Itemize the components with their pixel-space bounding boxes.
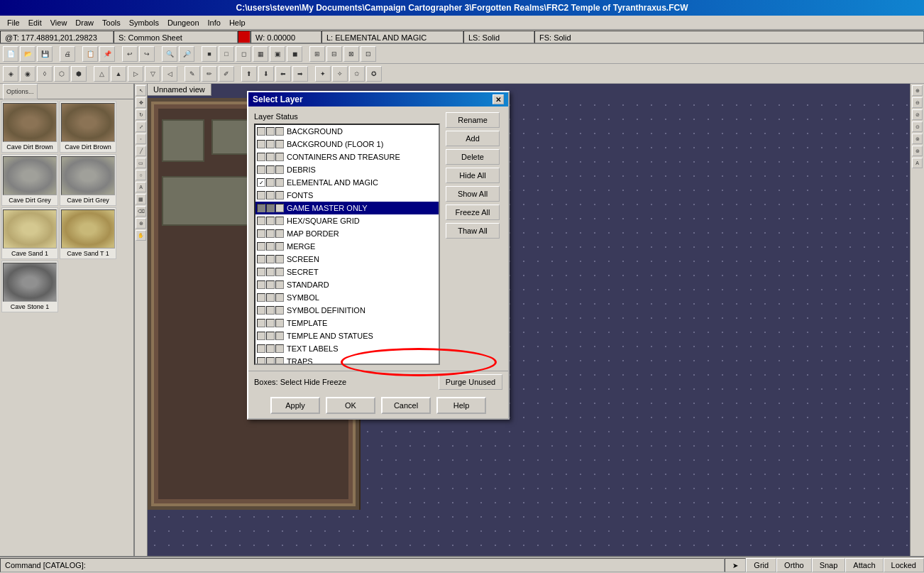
layer-cb-6-0[interactable] [257,204,265,212]
layer-cb-18-0[interactable] [257,357,265,365]
tb2-b17[interactable]: ➡ [292,66,308,82]
tb1-b5[interactable]: ▣ [270,46,285,62]
ok-button[interactable]: OK [326,397,375,414]
layer-row-15[interactable]: TEMPLATE [255,317,439,329]
ortho-button[interactable]: Ortho [776,558,812,572]
delete-button[interactable]: Delete [446,149,500,165]
menu-info[interactable]: Info [204,17,225,28]
layer-row-5[interactable]: FONTS [255,189,439,202]
tb2-b10[interactable]: ◁ [162,66,177,82]
tb2-b11[interactable]: ✎ [185,66,200,82]
catalog-item-4[interactable]: Cave Sand 1 [1,207,58,259]
layer-cb-6-2[interactable] [275,204,284,212]
layer-row-2[interactable]: CONTAINERS AND TREASURE [255,151,439,163]
layer-cb-10-0[interactable] [257,255,265,263]
layer-cb-8-0[interactable] [257,229,265,238]
tb1-b3[interactable]: ◻ [236,46,251,62]
copy-btn[interactable]: 📋 [82,46,98,62]
layer-row-3[interactable]: DEBRIS [255,163,439,176]
layer-cb-9-0[interactable] [257,242,265,251]
layer-row-1[interactable]: BACKGROUND (FLOOR 1) [255,138,439,151]
menu-draw[interactable]: Draw [71,17,98,28]
layer-cb-17-0[interactable] [257,344,265,353]
tb2-b19[interactable]: ✧ [332,66,348,82]
menu-view[interactable]: View [46,17,72,28]
layer-row-8[interactable]: MAP BORDER [255,227,439,240]
vt-move[interactable]: ✥ [136,97,146,108]
layer-cb-0-1[interactable] [266,127,275,136]
tb2-b9[interactable]: ▽ [145,66,160,82]
layer-cb-2-2[interactable] [275,153,284,161]
tb2-b4[interactable]: ⬡ [54,66,70,82]
layer-row-6[interactable]: GAME MASTER ONLY [255,202,439,214]
layer-cb-0-2[interactable] [275,127,284,136]
layer-row-14[interactable]: SYMBOL DEFINITION [255,304,439,317]
layer-cb-17-2[interactable] [275,344,284,353]
layer-cb-6-1[interactable] [266,204,275,212]
show-all-button[interactable]: Show All [446,186,500,202]
catalog-item-1[interactable]: Cave Dirt Brown [60,101,116,153]
tb1-b9[interactable]: ⊠ [343,46,359,62]
layer-row-7[interactable]: HEX/SQUARE GRID [255,214,439,227]
layer-cb-3-0[interactable] [257,165,265,174]
rename-button[interactable]: Rename [446,112,500,128]
purge-unused-button[interactable]: Purge Unused [439,374,502,390]
tb2-b8[interactable]: ▷ [128,66,143,82]
grid-button[interactable]: Grid [746,558,776,572]
layer-cb-5-0[interactable] [257,191,265,200]
layer-cb-14-1[interactable] [266,306,275,315]
layer-cb-14-2[interactable] [275,306,284,315]
layer-cb-11-0[interactable] [257,268,265,276]
layer-cb-17-1[interactable] [266,344,275,353]
layer-row-16[interactable]: TEMPLE AND STATUES [255,329,439,342]
vt-pan[interactable]: ✋ [136,230,146,241]
vt-erase[interactable]: ⌫ [136,206,146,217]
tb2-b14[interactable]: ⬆ [241,66,257,82]
layer-cb-16-0[interactable] [257,332,265,340]
layer-cb-11-2[interactable] [275,268,284,276]
rt-b3[interactable]: ⊘ [912,109,923,120]
rt-b7[interactable]: A [912,158,923,168]
layer-cb-7-2[interactable] [275,217,284,225]
layer-cb-9-2[interactable] [275,242,284,251]
tb2-b2[interactable]: ◉ [20,66,35,82]
tb2-b5[interactable]: ⬢ [71,66,87,82]
layer-row-12[interactable]: STANDARD [255,278,439,291]
options-button[interactable]: Options... [3,84,38,99]
vt-zoom[interactable]: ⊕ [136,218,146,229]
tb2-b18[interactable]: ✦ [315,66,331,82]
layer-row-13[interactable]: SYMBOL [255,291,439,304]
hide-all-button[interactable]: Hide All [446,168,500,183]
menu-symbols[interactable]: Symbols [125,17,163,28]
menu-dungeon[interactable]: Dungeon [163,17,204,28]
tb1-b1[interactable]: ■ [202,46,217,62]
vt-select[interactable]: ↖ [136,85,146,96]
layer-cb-5-1[interactable] [266,191,275,200]
layer-cb-2-0[interactable] [257,153,265,161]
vt-fill[interactable]: ▦ [136,194,146,204]
layer-cb-16-1[interactable] [266,332,275,340]
layer-cb-7-0[interactable] [257,217,265,225]
menu-file[interactable]: File [3,17,24,28]
layer-cb-15-0[interactable] [257,319,265,327]
catalog-item-2[interactable]: Cave Dirt Grey [1,154,58,206]
cancel-button[interactable]: Cancel [381,397,431,414]
layer-row-4[interactable]: ✓ELEMENTAL AND MAGIC [255,176,439,189]
rt-b4[interactable]: ⊙ [912,121,923,132]
catalog-item-5[interactable]: Cave Sand T 1 [60,207,116,259]
layer-cb-15-2[interactable] [275,319,284,327]
layer-cb-2-1[interactable] [266,153,275,161]
layer-cb-16-2[interactable] [275,332,284,340]
layer-cb-14-0[interactable] [257,306,265,315]
tb1-b7[interactable]: ⊞ [309,46,325,62]
layer-cb-8-2[interactable] [275,229,284,238]
catalog-item-6[interactable]: Cave Stone 1 [1,261,58,312]
layer-cb-0-0[interactable] [257,127,265,136]
dialog-close-button[interactable]: ✕ [493,94,504,104]
add-button[interactable]: Add [446,131,500,146]
layer-row-9[interactable]: MERGE [255,240,439,253]
layer-cb-10-2[interactable] [275,255,284,263]
tb2-b3[interactable]: ◊ [37,66,53,82]
tb2-b12[interactable]: ✏ [202,66,217,82]
apply-button[interactable]: Apply [270,397,320,414]
